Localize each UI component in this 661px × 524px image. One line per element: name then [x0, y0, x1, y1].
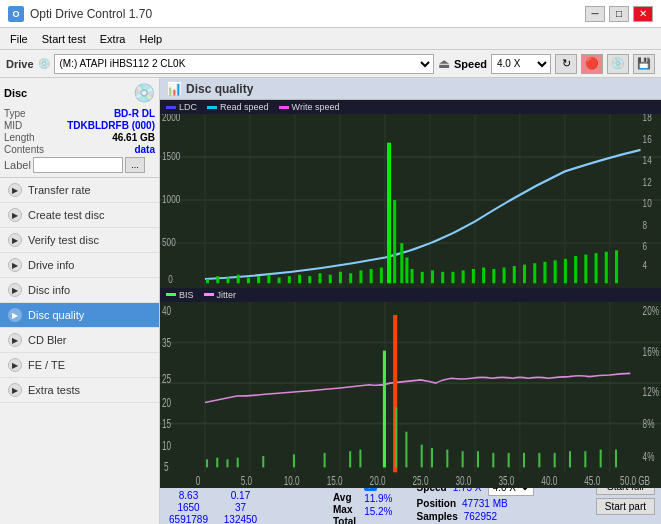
total-ldc: 6591789: [166, 514, 211, 524]
svg-rect-55: [472, 269, 475, 283]
jitter-legend-dot: [204, 293, 214, 296]
svg-rect-53: [451, 272, 454, 283]
total-label: Total: [333, 516, 356, 524]
menu-file[interactable]: File: [4, 31, 34, 47]
menu-start-test[interactable]: Start test: [36, 31, 92, 47]
svg-rect-39: [329, 275, 332, 284]
svg-rect-110: [226, 459, 228, 467]
disc-section: Disc 💿 Type BD-R DL MID TDKBLDRFB (000) …: [0, 78, 159, 178]
length-value: 46.61 GB: [112, 132, 155, 143]
sidebar: Disc 💿 Type BD-R DL MID TDKBLDRFB (000) …: [0, 78, 160, 524]
sidebar-item-verify-test-disc[interactable]: ▶ Verify test disc: [0, 228, 159, 253]
svg-rect-59: [513, 266, 516, 283]
svg-rect-37: [308, 276, 311, 283]
position-val: 47731 MB: [462, 498, 508, 509]
bis-legend-dot: [166, 293, 176, 296]
sidebar-item-transfer-rate[interactable]: ▶ Transfer rate: [0, 178, 159, 203]
svg-rect-117: [383, 350, 386, 467]
type-value: BD-R DL: [114, 108, 155, 119]
max-bis: 37: [213, 502, 268, 513]
svg-rect-42: [359, 270, 362, 283]
svg-rect-109: [216, 457, 218, 467]
menu-extra[interactable]: Extra: [94, 31, 132, 47]
svg-rect-61: [533, 263, 536, 283]
svg-rect-116: [359, 449, 361, 467]
svg-rect-112: [262, 456, 264, 467]
svg-text:2000: 2000: [162, 114, 181, 123]
svg-text:1500: 1500: [162, 150, 181, 163]
fe-te-icon: ▶: [8, 358, 22, 372]
svg-text:8%: 8%: [643, 416, 655, 430]
label-input[interactable]: [33, 157, 123, 173]
sidebar-item-disc-quality[interactable]: ▶ Disc quality: [0, 303, 159, 328]
svg-rect-118: [395, 407, 397, 467]
content-area: 📊 Disc quality LDC Read speed: [160, 78, 661, 524]
close-button[interactable]: ✕: [633, 6, 653, 22]
eject-icon: ⏏: [438, 56, 450, 71]
svg-rect-33: [267, 275, 270, 284]
sidebar-item-label: Disc info: [28, 284, 70, 296]
extra-tests-icon: ▶: [8, 383, 22, 397]
sidebar-item-label: CD Bler: [28, 334, 67, 346]
svg-rect-114: [324, 452, 326, 467]
svg-text:0: 0: [196, 473, 201, 487]
verify-test-disc-icon: ▶: [8, 233, 22, 247]
svg-text:18: 18: [643, 114, 652, 123]
label-browse-button[interactable]: ...: [125, 157, 145, 173]
maximize-button[interactable]: □: [609, 6, 629, 22]
sidebar-item-cd-bler[interactable]: ▶ CD Bler: [0, 328, 159, 353]
svg-rect-58: [503, 268, 506, 284]
svg-rect-133: [615, 449, 617, 467]
minimize-button[interactable]: ─: [585, 6, 605, 22]
burn-button[interactable]: 🔴: [581, 54, 603, 74]
legend-ldc: LDC: [166, 102, 197, 112]
svg-rect-126: [508, 452, 510, 467]
drive-select[interactable]: (M:) ATAPI iHBS112 2 CL0K: [54, 54, 434, 74]
svg-text:6: 6: [643, 240, 648, 253]
bottom-chart-svg: 40 35 25 20 15 10 5 20% 16% 12% 8% 4%: [160, 302, 661, 489]
svg-text:0: 0: [168, 273, 173, 286]
refresh-button[interactable]: ↻: [555, 54, 577, 74]
create-test-disc-icon: ▶: [8, 208, 22, 222]
app-title: Opti Drive Control 1.70: [30, 7, 152, 21]
cd-bler-icon: ▶: [8, 333, 22, 347]
start-part-button[interactable]: Start part: [596, 498, 655, 515]
svg-rect-132: [600, 449, 602, 467]
svg-text:12%: 12%: [643, 384, 660, 398]
label-label: Label: [4, 159, 31, 171]
max-ldc: 1650: [166, 502, 211, 513]
svg-rect-111: [237, 457, 239, 467]
avg-jitter: 11.9%: [364, 493, 404, 504]
svg-text:50.0 GB: 50.0 GB: [620, 473, 650, 487]
svg-rect-31: [247, 278, 250, 284]
write-speed-legend-dot: [279, 106, 289, 109]
svg-rect-122: [446, 449, 448, 467]
menu-help[interactable]: Help: [133, 31, 168, 47]
drive-icon: 💿: [38, 58, 50, 69]
save-button[interactable]: 💾: [633, 54, 655, 74]
legend-read-speed: Read speed: [207, 102, 269, 112]
disc-button[interactable]: 💿: [607, 54, 629, 74]
sidebar-item-create-test-disc[interactable]: ▶ Create test disc: [0, 203, 159, 228]
svg-rect-35: [288, 276, 291, 283]
contents-value: data: [134, 144, 155, 155]
sidebar-item-label: Extra tests: [28, 384, 80, 396]
svg-rect-51: [431, 270, 434, 283]
svg-rect-62: [543, 262, 546, 284]
sidebar-item-label: Drive info: [28, 259, 74, 271]
speed-select-toolbar[interactable]: 4.0 X: [491, 54, 551, 74]
svg-text:4: 4: [643, 259, 648, 272]
samples-val: 762952: [464, 511, 497, 522]
main-layout: Disc 💿 Type BD-R DL MID TDKBLDRFB (000) …: [0, 78, 661, 524]
svg-rect-56: [482, 268, 485, 284]
sidebar-item-fe-te[interactable]: ▶ FE / TE: [0, 353, 159, 378]
svg-text:10.0: 10.0: [284, 473, 300, 487]
sidebar-item-drive-info[interactable]: ▶ Drive info: [0, 253, 159, 278]
svg-rect-128: [538, 452, 540, 467]
svg-rect-57: [492, 269, 495, 283]
sidebar-item-label: Transfer rate: [28, 184, 91, 196]
sidebar-item-extra-tests[interactable]: ▶ Extra tests: [0, 378, 159, 403]
sidebar-item-disc-info[interactable]: ▶ Disc info: [0, 278, 159, 303]
disc-quality-icon: ▶: [8, 308, 22, 322]
svg-text:25.0: 25.0: [413, 473, 429, 487]
